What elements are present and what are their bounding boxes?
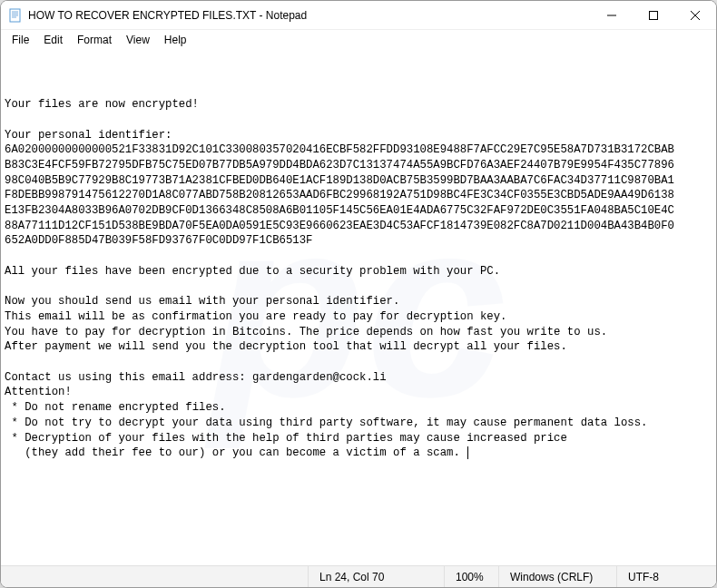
close-button[interactable] <box>674 1 716 30</box>
status-zoom: 100% <box>444 566 498 587</box>
text-editor-area[interactable]: pc Your files are now encrypted! Your pe… <box>1 50 716 565</box>
window-controls <box>591 1 716 29</box>
titlebar[interactable]: HOW TO RECOVER ENCRYPTED FILES.TXT - Not… <box>1 1 716 30</box>
notepad-app-icon <box>8 8 23 23</box>
menubar: File Edit Format View Help <box>1 30 716 50</box>
maximize-button[interactable] <box>633 1 674 30</box>
status-cursor-position: Ln 24, Col 70 <box>308 566 444 587</box>
status-encoding: UTF-8 <box>616 566 716 587</box>
text-cursor <box>467 446 468 459</box>
statusbar: Ln 24, Col 70 100% Windows (CRLF) UTF-8 <box>1 565 716 587</box>
window-title: HOW TO RECOVER ENCRYPTED FILES.TXT - Not… <box>28 9 591 22</box>
status-line-ending: Windows (CRLF) <box>498 566 616 587</box>
menu-edit[interactable]: Edit <box>36 32 70 48</box>
menu-format[interactable]: Format <box>70 32 119 48</box>
menu-view[interactable]: View <box>119 32 157 48</box>
minimize-button[interactable] <box>591 1 633 30</box>
menu-file[interactable]: File <box>5 32 36 48</box>
menu-help[interactable]: Help <box>157 32 194 48</box>
svg-rect-6 <box>650 12 658 20</box>
notepad-window: HOW TO RECOVER ENCRYPTED FILES.TXT - Not… <box>0 0 717 588</box>
text-content: Your files are now encrypted! Your perso… <box>5 97 712 461</box>
